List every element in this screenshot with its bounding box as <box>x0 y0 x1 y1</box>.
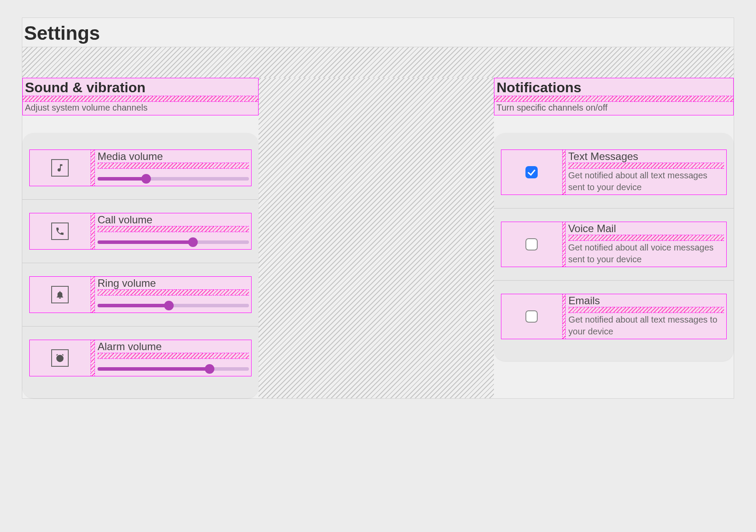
icon-col <box>29 150 91 186</box>
checkbox-desc: Get notified about all text messages to … <box>568 314 724 337</box>
alarm-volume-slider[interactable] <box>98 363 249 375</box>
decoration <box>98 226 249 232</box>
decoration <box>568 307 724 313</box>
slider-label: Media volume <box>98 150 249 163</box>
checkbox-label: Text Messages <box>568 150 724 163</box>
section-subtitle-sound: Adjust system volume channels <box>22 102 259 115</box>
icon-col <box>29 276 91 313</box>
notifications-card: Text Messages Get notified about all tex… <box>494 133 734 361</box>
page-header: Settings <box>22 18 734 47</box>
section-header-sound: Sound & vibration Adjust system volume c… <box>22 78 259 115</box>
settings-page: Settings Sound & vibration Adjust system… <box>22 17 734 399</box>
row-body: Ring volume <box>95 276 252 313</box>
text-messages-checkbox[interactable] <box>525 166 538 178</box>
icon-col <box>29 213 91 250</box>
ring-volume-slider[interactable] <box>98 300 249 311</box>
icon-col <box>29 340 91 376</box>
emails-checkbox[interactable] <box>525 310 538 323</box>
decoration <box>98 289 249 296</box>
header-spacer <box>22 47 734 78</box>
column-gutter <box>259 78 494 398</box>
page-title: Settings <box>22 22 734 47</box>
col-notifications: Notifications Turn specific channels on/… <box>494 78 734 398</box>
decoration <box>91 213 95 250</box>
bell-icon <box>51 286 69 303</box>
row-highlight: Media volume <box>29 150 252 186</box>
section-title-notifications: Notifications <box>494 78 734 96</box>
checkbox-col <box>501 294 562 339</box>
slider-label: Call volume <box>98 214 249 226</box>
decoration <box>98 353 249 359</box>
section-header-notifications: Notifications Turn specific channels on/… <box>494 78 734 115</box>
decoration <box>91 150 95 186</box>
call-volume-slider[interactable] <box>98 236 249 248</box>
slider-row: Ring volume <box>22 263 259 327</box>
row-body: Voice Mail Get notified about all voice … <box>566 222 727 267</box>
section-title-sound: Sound & vibration <box>22 78 259 96</box>
row-highlight: Call volume <box>29 213 252 250</box>
decoration <box>562 150 566 195</box>
col-sound: Sound & vibration Adjust system volume c… <box>22 78 259 398</box>
checkbox-label: Emails <box>568 295 724 307</box>
slider-row: Call volume <box>22 200 259 263</box>
decoration <box>91 276 95 313</box>
row-highlight: Alarm volume <box>29 340 252 376</box>
decoration <box>22 96 259 102</box>
decoration <box>562 294 566 339</box>
checkbox-col <box>501 222 562 267</box>
checkbox-row: Text Messages Get notified about all tex… <box>494 136 734 209</box>
decoration <box>494 96 734 102</box>
row-body: Text Messages Get notified about all tex… <box>566 150 727 195</box>
slider-label: Alarm volume <box>98 341 249 353</box>
row-body: Alarm volume <box>95 340 252 376</box>
checkbox-label: Voice Mail <box>568 223 724 235</box>
row-body: Call volume <box>95 213 252 250</box>
row-highlight: Emails Get notified about all text messa… <box>501 294 727 339</box>
decoration <box>568 235 724 241</box>
decoration <box>98 163 249 169</box>
row-body: Emails Get notified about all text messa… <box>566 294 727 339</box>
row-body: Media volume <box>95 150 252 186</box>
decoration <box>562 222 566 267</box>
slider-label: Ring volume <box>98 277 249 289</box>
row-highlight: Text Messages Get notified about all tex… <box>501 150 727 195</box>
phone-icon <box>51 223 69 240</box>
decoration <box>568 163 724 169</box>
alarm-icon <box>51 349 69 367</box>
slider-row: Alarm volume <box>22 327 259 389</box>
slider-row: Media volume <box>22 136 259 200</box>
section-subtitle-notifications: Turn specific channels on/off <box>494 102 734 115</box>
checkbox-col <box>501 150 562 195</box>
columns: Sound & vibration Adjust system volume c… <box>22 78 734 398</box>
row-highlight: Ring volume <box>29 276 252 313</box>
checkbox-desc: Get notified about all voice messages se… <box>568 242 724 265</box>
voice-mail-checkbox[interactable] <box>525 238 538 250</box>
row-highlight: Voice Mail Get notified about all voice … <box>501 222 727 267</box>
checkbox-row: Voice Mail Get notified about all voice … <box>494 209 734 281</box>
decoration <box>91 340 95 376</box>
sound-card: Media volume <box>22 133 259 398</box>
checkbox-desc: Get notified about all text messages sen… <box>568 170 724 193</box>
checkbox-row: Emails Get notified about all text messa… <box>494 281 734 352</box>
music-note-icon <box>51 159 69 177</box>
media-volume-slider[interactable] <box>98 173 249 184</box>
